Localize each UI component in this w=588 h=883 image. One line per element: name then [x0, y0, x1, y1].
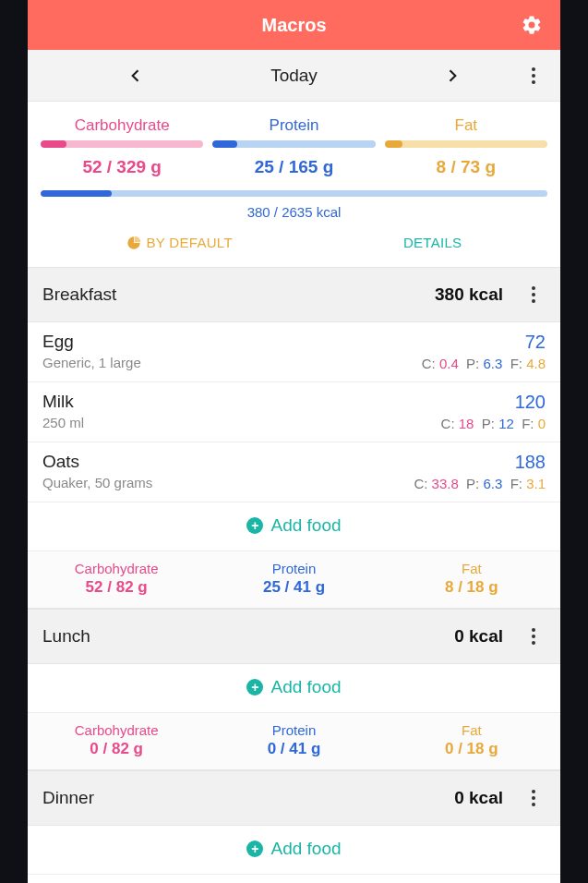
pie-chart-icon [126, 236, 141, 250]
meal-more-button[interactable] [522, 286, 546, 303]
food-macros: C: 18 P: 12 F: 0 [441, 416, 546, 431]
add-food-button[interactable]: +Add food [28, 664, 560, 713]
details-label: DETAILS [403, 235, 462, 250]
add-food-button[interactable]: +Add food [28, 502, 560, 551]
food-macros: C: 0.4 P: 6.3 F: 4.8 [422, 356, 546, 371]
date-more-button[interactable] [520, 62, 547, 90]
meal-macro-summary: Carbohydrate52 / 82 gProtein25 / 41 gFat… [28, 551, 560, 609]
meal-header: Lunch0 kcal [28, 609, 560, 664]
by-default-tab[interactable]: BY DEFAULT [126, 235, 233, 250]
food-name: Egg [42, 332, 141, 352]
food-detail: Quaker, 50 grams [42, 475, 152, 490]
settings-button[interactable] [520, 13, 544, 37]
protein-summary: Protein 25 / 165 g [212, 116, 375, 177]
meal-more-button[interactable] [522, 790, 546, 806]
date-navigator: Today [28, 50, 560, 102]
chevron-left-icon [126, 67, 145, 85]
carb-progress-fill [41, 140, 66, 148]
date-label: Today [270, 66, 318, 86]
meal-macro-summary: Carbohydrate0 / 82 gProtein0 / 41 gFat0 … [28, 713, 560, 770]
carb-summary: Carbohydrate 52 / 329 g [41, 116, 203, 177]
meal-protein-label: Protein [205, 722, 382, 738]
meal-name: Lunch [42, 626, 454, 647]
protein-progress-fill [212, 140, 236, 148]
carb-progress [41, 140, 203, 148]
fat-label: Fat [385, 116, 547, 135]
protein-progress [212, 140, 375, 148]
meal-name: Breakfast [42, 284, 435, 305]
food-calories: 72 [422, 332, 546, 353]
meal-header: Breakfast380 kcal [28, 267, 560, 322]
more-vertical-icon [532, 790, 535, 806]
next-day-button[interactable] [432, 55, 473, 96]
plus-circle-icon: + [246, 517, 263, 534]
food-name: Milk [42, 392, 84, 412]
meal-more-button[interactable] [522, 628, 546, 645]
add-food-label: Add food [270, 677, 341, 697]
gear-icon [521, 14, 543, 36]
fat-summary: Fat 8 / 73 g [385, 116, 547, 177]
meal-header: Dinner0 kcal [28, 770, 560, 826]
more-vertical-icon [532, 286, 535, 303]
fat-progress [385, 140, 547, 148]
plus-circle-icon: + [246, 841, 263, 857]
food-item[interactable]: Milk250 ml120C: 18 P: 12 F: 0 [28, 382, 560, 442]
daily-macro-summary: Carbohydrate 52 / 329 g Protein 25 / 165… [28, 102, 560, 267]
food-name: Oats [42, 452, 152, 472]
meal-fat-value: 8 / 18 g [383, 578, 560, 597]
add-food-button[interactable]: +Add food [28, 826, 560, 875]
food-detail: Generic, 1 large [42, 355, 141, 370]
meal-carb-label: Carbohydrate [28, 722, 205, 738]
meal-carb-value: 52 / 82 g [28, 578, 205, 597]
fat-value: 8 / 73 g [385, 157, 547, 177]
more-vertical-icon [532, 67, 535, 84]
app-header: Macros [28, 0, 560, 50]
prev-day-button[interactable] [115, 55, 156, 96]
calorie-text: 380 / 2635 kcal [41, 204, 547, 220]
chevron-right-icon [443, 67, 462, 85]
carb-label: Carbohydrate [41, 116, 203, 135]
food-item[interactable]: OatsQuaker, 50 grams188C: 33.8 P: 6.3 F:… [28, 442, 560, 502]
meal-protein-label: Protein [205, 561, 382, 576]
calorie-progress-fill [41, 190, 112, 197]
calorie-progress [41, 190, 547, 197]
meal-total-calories: 0 kcal [454, 788, 503, 808]
meal-total-calories: 380 kcal [435, 284, 503, 305]
meal-protein-value: 25 / 41 g [205, 578, 382, 597]
meal-fat-label: Fat [383, 722, 560, 738]
meal-fat-value: 0 / 18 g [383, 740, 560, 758]
meal-name: Dinner [42, 788, 454, 808]
protein-label: Protein [212, 116, 375, 135]
food-calories: 188 [414, 452, 546, 473]
meals-list: Breakfast380 kcalEggGeneric, 1 large72C:… [28, 267, 560, 875]
add-food-label: Add food [270, 515, 341, 536]
plus-circle-icon: + [246, 679, 263, 696]
protein-value: 25 / 165 g [212, 157, 375, 177]
food-macros: C: 33.8 P: 6.3 F: 3.1 [414, 476, 546, 491]
by-default-label: BY DEFAULT [147, 235, 233, 250]
meal-carb-value: 0 / 82 g [28, 740, 205, 758]
food-detail: 250 ml [42, 415, 84, 430]
app-title: Macros [261, 15, 326, 36]
meal-total-calories: 0 kcal [454, 626, 503, 647]
carb-value: 52 / 329 g [41, 157, 203, 177]
fat-progress-fill [385, 140, 402, 148]
food-calories: 120 [441, 392, 546, 413]
meal-protein-value: 0 / 41 g [205, 740, 382, 758]
add-food-label: Add food [270, 839, 341, 859]
meal-fat-label: Fat [383, 561, 560, 576]
more-vertical-icon [532, 628, 535, 645]
app-root: Macros Today Carbohydrate 52 / 329 g Pro… [28, 0, 560, 883]
food-item[interactable]: EggGeneric, 1 large72C: 0.4 P: 6.3 F: 4.… [28, 322, 560, 382]
details-tab[interactable]: DETAILS [403, 235, 462, 250]
meal-carb-label: Carbohydrate [28, 561, 205, 576]
